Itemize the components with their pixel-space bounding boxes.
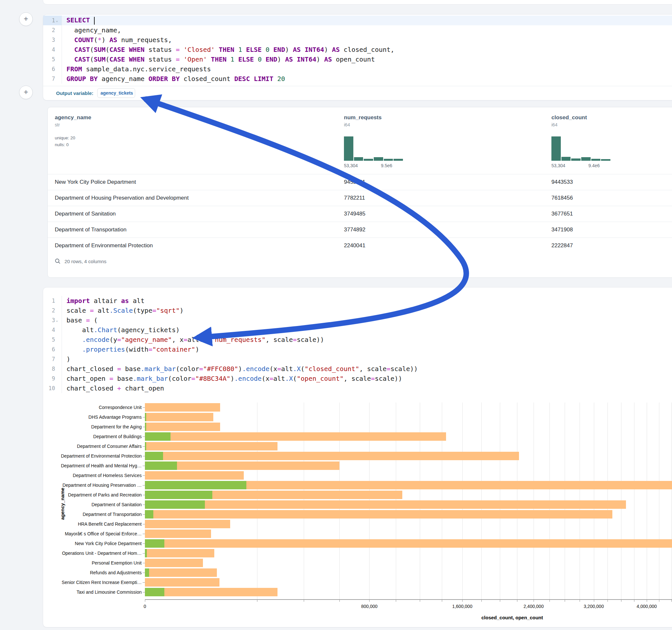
output-variable-label: Output variable: <box>56 91 93 96</box>
table-row[interactable]: Department of Transportation377489234719… <box>48 222 672 238</box>
column-name: num_requests <box>344 114 382 121</box>
code-line[interactable]: 2scale = alt.Scale(type="sqrt") <box>43 306 672 315</box>
x-axis-tick <box>517 600 518 602</box>
column-header-agency-name[interactable]: agency_name str unique: 20nulls: 0 <box>55 114 91 148</box>
fold-chevron-icon[interactable]: ⌄ <box>56 19 59 22</box>
table-cell: Department of Housing Preservation and D… <box>55 195 189 201</box>
y-axis-label: Department of Consumer Affairs <box>77 444 142 449</box>
sql-cell: 1⌄SELECT 2 agency_name,3 COUNT(*) AS num… <box>43 14 672 100</box>
closed-count-bar <box>145 442 278 451</box>
table-cell: Department of Transportation <box>55 226 126 233</box>
closed-count-bar <box>145 452 519 460</box>
chart-gridline <box>634 403 634 599</box>
code-line[interactable]: 5 .encode(y="agency_name", x=alt.X("num_… <box>43 335 672 344</box>
y-axis-tick <box>143 524 145 524</box>
closed-count-bar <box>145 530 211 538</box>
y-axis-label: Senior Citizen Rent Increase Exempti… <box>62 580 142 585</box>
closed-count-bar <box>145 413 213 421</box>
closed-count-bar <box>145 422 220 431</box>
code-line[interactable]: 3⌄base = ( <box>43 315 672 325</box>
open-count-bar <box>145 510 153 518</box>
code-line[interactable]: 4 CAST(SUM(CASE WHEN status = 'Closed' T… <box>43 45 672 54</box>
closed-count-bar <box>145 588 278 596</box>
output-variable-pill[interactable]: agency_tickets <box>97 88 135 98</box>
x-axis-tick <box>420 600 420 602</box>
code-text: FROM sample_data.nyc.service_requests <box>62 65 211 73</box>
closed-count-bar <box>145 500 626 509</box>
y-axis-label: Department of Sanitation <box>91 502 142 507</box>
table-row[interactable]: Department of Housing Preservation and D… <box>48 190 672 206</box>
x-axis-tick <box>481 600 482 602</box>
fold-chevron-icon[interactable]: ⌄ <box>56 319 59 322</box>
code-text: ) <box>62 355 70 363</box>
code-line[interactable]: 5 CAST(SUM(CASE WHEN status = 'Open' THE… <box>43 54 672 64</box>
code-line[interactable]: 6FROM sample_data.nyc.service_requests <box>43 64 672 74</box>
x-axis-tick-label: 1,600,000 <box>452 604 472 609</box>
y-axis-tick <box>143 592 145 592</box>
sql-code-editor[interactable]: 1⌄SELECT 2 agency_name,3 COUNT(*) AS num… <box>43 15 672 83</box>
code-line[interactable]: 7) <box>43 354 672 364</box>
x-axis-tick <box>549 600 550 602</box>
x-axis-tick <box>145 600 145 602</box>
histogram-bin <box>354 157 363 161</box>
x-axis-tick <box>304 600 304 602</box>
open-count-bar <box>145 413 146 421</box>
code-line[interactable]: 1⌄SELECT <box>43 16 672 25</box>
search-icon[interactable] <box>55 258 61 264</box>
table-row[interactable]: New York City Police Department945313194… <box>48 174 672 190</box>
code-line[interactable]: 8chart_closed = base.mark_bar(color="#FF… <box>43 364 672 374</box>
code-line[interactable]: 10chart_closed + chart_open <box>43 383 672 393</box>
line-number: 6 <box>43 64 62 74</box>
code-line[interactable]: 9chart_open = base.mark_bar(color="#8BC3… <box>43 374 672 383</box>
histogram-bin <box>344 137 353 161</box>
table-cell: 7782211 <box>344 195 365 201</box>
code-line[interactable]: 2 agency_name, <box>43 25 672 35</box>
closed-count-bar <box>145 568 217 577</box>
y-axis-tick <box>143 505 145 505</box>
column-type: str <box>55 122 91 127</box>
table-row[interactable]: Department of Environmental Protection22… <box>48 238 672 254</box>
open-count-bar <box>145 452 163 460</box>
code-line[interactable]: 7GROUP BY agency_name ORDER BY closed_co… <box>43 74 672 83</box>
open-count-bar <box>145 500 205 509</box>
x-axis-tick-label: 0 <box>144 604 146 609</box>
y-axis-tick <box>143 446 145 446</box>
y-axis-tick <box>143 417 145 417</box>
code-line[interactable]: 3 COUNT(*) AS num_requests, <box>43 35 672 45</box>
line-number: 8 <box>43 364 62 374</box>
histogram-bin <box>384 159 393 161</box>
y-axis-tick <box>143 407 145 408</box>
closed-count-bar <box>145 578 219 587</box>
y-axis-tick <box>143 466 145 466</box>
table-cell: 7618456 <box>551 195 573 201</box>
column-header-closed-count[interactable]: closed_count i64 <box>551 114 587 127</box>
histogram-bin <box>581 157 591 161</box>
code-text: chart_open = base.mark_bar(color="#8BC34… <box>62 374 402 382</box>
y-axis-label: Personal Exemption Unit <box>92 560 142 565</box>
y-axis-label: Department for the Aging <box>91 424 142 429</box>
add-cell-button-top[interactable]: + <box>19 12 33 26</box>
code-line[interactable]: 6 .properties(width="container") <box>43 344 672 354</box>
column-name: agency_name <box>55 114 91 121</box>
column-type: i64 <box>551 122 587 127</box>
code-line[interactable]: 1import altair as alt <box>43 296 672 306</box>
y-axis-label: Department of Parks and Recreation <box>68 492 142 498</box>
y-axis-tick <box>143 427 145 427</box>
python-code-editor[interactable]: 1import altair as alt2scale = alt.Scale(… <box>43 287 672 393</box>
line-number: 6 <box>43 344 62 354</box>
table-cell: 2222847 <box>551 242 573 249</box>
code-line[interactable]: 4 alt.Chart(agency_tickets) <box>43 325 672 335</box>
code-text: chart_closed + chart_open <box>62 384 164 392</box>
add-cell-button-output[interactable]: + <box>19 86 33 99</box>
line-number: 1⌄ <box>43 16 62 25</box>
histogram-bin <box>551 137 561 161</box>
table-cell: Department of Sanitation <box>55 211 116 217</box>
x-axis-tick <box>647 600 647 602</box>
table-row[interactable]: Department of Sanitation37494853677651 <box>48 206 672 222</box>
histogram-bin <box>364 159 373 161</box>
column-header-num-requests[interactable]: num_requests i64 <box>344 114 382 127</box>
histogram-bin <box>591 159 601 161</box>
open-count-bar <box>145 568 149 577</box>
line-number: 5 <box>43 54 62 64</box>
y-axis-tick <box>143 573 145 573</box>
